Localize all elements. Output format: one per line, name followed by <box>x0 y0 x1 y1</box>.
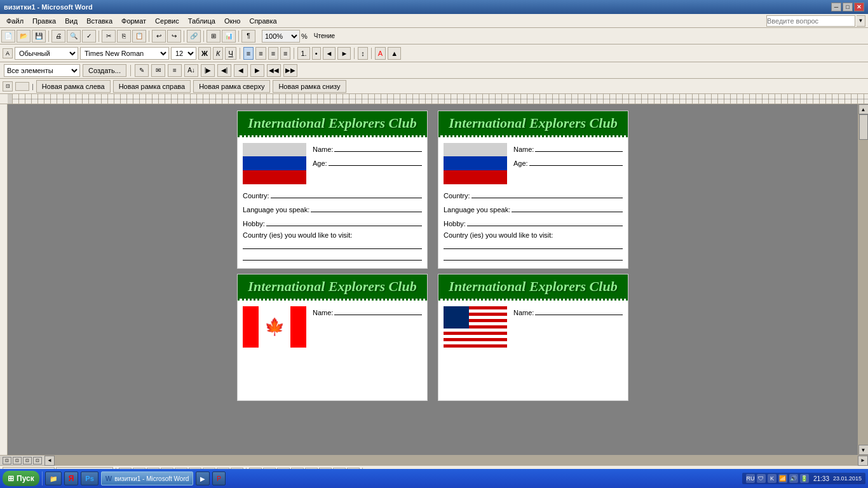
menu-help[interactable]: Справка <box>245 16 280 26</box>
mail-tb-btn-7[interactable]: ◀ <box>234 64 248 77</box>
volume-icon[interactable]: 🔊 <box>789 474 798 483</box>
menu-format[interactable]: Формат <box>118 16 150 26</box>
taskbar-pdf[interactable]: P <box>212 471 226 485</box>
new-frame-top-button[interactable]: Новая рамка сверху <box>193 80 270 93</box>
align-right-button[interactable]: ≡ <box>268 47 278 60</box>
bold-button[interactable]: Ж <box>198 47 211 60</box>
highlight-button[interactable]: ▲ <box>388 47 401 60</box>
page-icon-2[interactable]: ⊡ <box>13 457 22 464</box>
indent-inc-button[interactable]: ► <box>337 47 351 60</box>
page-icon-1[interactable]: ⊡ <box>3 457 11 464</box>
scroll-up-button[interactable]: ▲ <box>858 104 869 114</box>
preview-button[interactable]: 🔍 <box>67 30 81 43</box>
taskbar-word[interactable]: W визитки1 - Microsoft Word <box>101 471 194 485</box>
bullets-button[interactable]: • <box>312 47 321 60</box>
new-frame-right-button[interactable]: Новая рамка справа <box>113 80 191 93</box>
new-frame-left-button[interactable]: Новая рамка слева <box>36 80 111 93</box>
open-button[interactable]: 📂 <box>17 30 31 43</box>
undo-button[interactable]: ↩ <box>152 30 166 43</box>
fmt-separator-2 <box>294 48 294 59</box>
mail-tb-btn-8[interactable]: ▶ <box>250 64 264 77</box>
mail-tb-btn-3[interactable]: ≡ <box>168 64 182 77</box>
show-para-button[interactable]: ¶ <box>241 30 255 43</box>
menu-window[interactable]: Окно <box>220 16 245 26</box>
zoom-select[interactable]: 100% <box>262 30 300 43</box>
menu-view[interactable]: Вид <box>61 16 81 26</box>
search-arrow-icon[interactable]: ▼ <box>857 15 865 27</box>
hobby-line-r <box>467 217 623 226</box>
format-toolbar: A Обычный Times New Roman 12 Ж К Ч ≡ ≡ ≡… <box>0 44 868 62</box>
h-scroll-left-button[interactable]: ◄ <box>44 456 55 466</box>
hyperlink-button[interactable]: 🔗 <box>187 30 201 43</box>
redo-button[interactable]: ↪ <box>167 30 181 43</box>
new-frame-bottom-button[interactable]: Новая рамка снизу <box>273 80 346 93</box>
font-color-button[interactable]: A <box>375 47 386 60</box>
country-line-r <box>471 189 623 198</box>
italic-button[interactable]: К <box>213 47 223 60</box>
mail-tb-btn-1[interactable]: ✎ <box>135 64 149 77</box>
scroll-thumb[interactable] <box>859 114 868 140</box>
reading-mode-button[interactable]: Чтение <box>314 32 335 39</box>
menu-file[interactable]: Файл <box>3 16 27 26</box>
font-select[interactable]: Times New Roman <box>80 47 169 60</box>
taskbar-yandex[interactable]: Я <box>64 471 79 485</box>
new-button[interactable]: 📄 <box>1 30 15 43</box>
cut-button[interactable]: ✂ <box>102 30 116 43</box>
mail-tb-btn-5[interactable]: |▶ <box>201 64 215 77</box>
line-spacing-button[interactable]: ↕ <box>358 47 368 60</box>
h-scroll-right-button[interactable]: ► <box>858 456 868 466</box>
align-left-button[interactable]: ≡ <box>243 47 254 60</box>
name-line-bl <box>334 306 422 315</box>
create-button[interactable]: Создать... <box>83 64 126 77</box>
maximize-button[interactable]: □ <box>843 3 853 11</box>
minimize-button[interactable]: ─ <box>831 3 841 11</box>
system-tray: RU 🛡 K 📶 🔊 🔋 21:33 23.01.2015 <box>742 473 865 484</box>
right-scrollbar: ▲ ▼ <box>858 104 868 455</box>
mail-tb-btn-2[interactable]: ✉ <box>151 64 165 77</box>
align-center-button[interactable]: ≡ <box>255 47 266 60</box>
indent-dec-button[interactable]: ◄ <box>323 47 336 60</box>
mail-tb-btn-9[interactable]: ◀◀ <box>267 64 281 77</box>
menu-insert[interactable]: Вставка <box>83 16 116 26</box>
menu-table[interactable]: Таблица <box>184 16 219 26</box>
page-icon-4[interactable]: ⊡ <box>33 457 42 464</box>
mail-tb-btn-4[interactable]: A↓ <box>184 64 198 77</box>
mail-tb-btn-10[interactable]: ▶▶ <box>283 64 297 77</box>
taskbar-photoshop[interactable]: Ps <box>81 471 98 485</box>
style-select[interactable]: Обычный <box>15 47 78 60</box>
name-field-row-r: Name: <box>513 143 623 153</box>
excel-button[interactable]: 📊 <box>222 30 236 43</box>
menu-tools[interactable]: Сервис <box>151 16 183 26</box>
ru-indicator[interactable]: RU <box>746 474 755 483</box>
menu-edit[interactable]: Правка <box>29 16 60 26</box>
underline-button[interactable]: Ч <box>225 47 236 60</box>
close-button[interactable]: ✕ <box>854 3 864 11</box>
scroll-track[interactable] <box>858 114 868 445</box>
table-button[interactable]: ⊞ <box>207 30 220 43</box>
numbering-button[interactable]: 1. <box>297 47 309 60</box>
spell-button[interactable]: ✓ <box>82 30 96 43</box>
taskbar-explorer[interactable]: 📁 <box>45 471 62 485</box>
page-icon-3[interactable]: ⊡ <box>23 457 32 464</box>
h-scroll-track[interactable] <box>55 456 858 465</box>
copy-button[interactable]: ⎘ <box>117 30 131 43</box>
card-top-right: International Explorers Club Name: <box>438 111 628 269</box>
card-top-row-left: Name: Age: <box>243 143 422 184</box>
paste-button[interactable]: 📋 <box>132 30 146 43</box>
card-body-bottom-left: 🍁 Name: <box>238 301 427 358</box>
start-button[interactable]: ⊞ Пуск <box>3 471 39 486</box>
visit-line-r2 <box>444 252 623 261</box>
mail-tb-btn-6[interactable]: ◀| <box>217 64 231 77</box>
name-field-row: Name: <box>313 143 422 153</box>
all-elements-select[interactable]: Все элементы <box>4 64 80 77</box>
kaspersky-icon: K <box>768 474 776 483</box>
search-input[interactable] <box>766 15 855 27</box>
scroll-down-button[interactable]: ▼ <box>858 445 869 455</box>
justify-button[interactable]: ≡ <box>280 47 290 60</box>
save-button[interactable]: 💾 <box>32 30 46 43</box>
print-button[interactable]: 🖨 <box>51 30 65 43</box>
font-size-select[interactable]: 12 <box>171 47 196 60</box>
main-content-area: International Explorers Club Name: <box>0 104 868 455</box>
taskbar-media[interactable]: ▶ <box>196 471 210 485</box>
ruler-margin-left <box>8 94 13 104</box>
